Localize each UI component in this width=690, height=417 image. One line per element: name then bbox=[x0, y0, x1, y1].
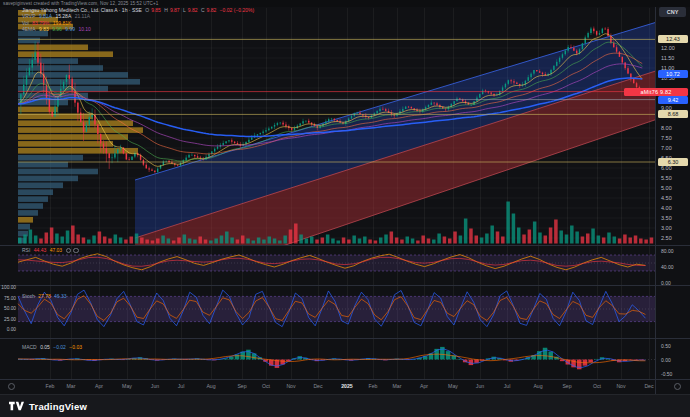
dot-icon[interactable] bbox=[73, 248, 79, 254]
vrvp-value-2: 15.28A bbox=[55, 13, 71, 19]
indicator-tick: 80.00 bbox=[661, 248, 674, 254]
close-value: 9.82 bbox=[207, 7, 217, 13]
price-tick: 4.00 bbox=[661, 205, 672, 211]
time-tick: May bbox=[115, 383, 139, 389]
time-tick: Aug bbox=[526, 383, 550, 389]
time-tick: Feb bbox=[361, 383, 385, 389]
stoch-tick: 50.00 bbox=[4, 306, 16, 311]
time-tick: Aug bbox=[199, 383, 223, 389]
low-value: 9.82 bbox=[188, 7, 198, 13]
macd-value-2: −0.02 bbox=[53, 344, 66, 350]
stoch-legend[interactable]: Stoch 27.78 46.33 bbox=[22, 293, 69, 299]
vrvp-value-1: 9.81A bbox=[39, 13, 52, 19]
indicator-tick: 0.50 bbox=[661, 343, 671, 349]
macd-label[interactable]: MACD bbox=[22, 344, 37, 350]
price-badge: 6.30 bbox=[658, 158, 688, 166]
clock-icon[interactable] bbox=[8, 383, 15, 390]
stoch-tick: 25.00 bbox=[4, 317, 16, 322]
time-tick: Nov bbox=[279, 383, 303, 389]
price-tick: 11.50 bbox=[661, 55, 674, 61]
ema-value-3: 9.99 bbox=[65, 26, 75, 32]
price-badge: 8.68 bbox=[658, 110, 688, 118]
time-tick: Jun bbox=[143, 383, 167, 389]
time-tick: Jul bbox=[495, 383, 519, 389]
snapshot-watermark: savepiginvest created with TradingView.c… bbox=[3, 1, 158, 6]
time-tick: Mar bbox=[385, 383, 409, 389]
footer-bar: TradingView bbox=[0, 394, 690, 417]
vrvp-value-3: 21.11A bbox=[75, 13, 90, 19]
price-tick: 12.00 bbox=[661, 45, 675, 51]
time-tick: May bbox=[441, 383, 465, 389]
time-tick: Dec bbox=[637, 383, 661, 389]
ema-label[interactable]: 4EMA bbox=[22, 26, 36, 32]
price-tick: 2.50 bbox=[661, 235, 672, 241]
ema-value-4: 10.10 bbox=[78, 26, 91, 32]
stoch-label[interactable]: Stoch bbox=[22, 293, 35, 299]
time-tick: Apr bbox=[87, 383, 111, 389]
time-tick: Jul bbox=[169, 383, 193, 389]
time-tick: Nov bbox=[609, 383, 633, 389]
macd-value-3: −0.03 bbox=[69, 344, 82, 350]
price-tick: 8.00 bbox=[661, 125, 672, 131]
vol-label[interactable]: Vol bbox=[22, 20, 29, 26]
dot-icon[interactable] bbox=[66, 248, 72, 254]
stoch-tick: 100.00 bbox=[1, 285, 16, 290]
time-tick: Oct bbox=[254, 383, 278, 389]
indicator-tick: 0.00 bbox=[661, 280, 671, 286]
time-tick: Sep bbox=[555, 383, 579, 389]
currency-button[interactable]: CNY bbox=[659, 7, 686, 17]
price-badge: 9.42 bbox=[658, 96, 688, 104]
time-tick: Sep bbox=[230, 383, 254, 389]
time-tick: Dec bbox=[306, 383, 330, 389]
open-label: O bbox=[145, 7, 149, 13]
indicator-tick: 40.00 bbox=[661, 264, 674, 270]
vol-value-2: 199.81K bbox=[53, 20, 72, 26]
ema-value-2: 9.96 bbox=[52, 26, 62, 32]
rsi-value-2: 47.03 bbox=[50, 247, 63, 253]
price-tick: 5.50 bbox=[661, 175, 672, 181]
stoch-tick: 0.00 bbox=[7, 327, 16, 332]
price-badge: 12.43 bbox=[658, 35, 688, 43]
price-badge: 10.72 bbox=[658, 70, 688, 78]
symbol-title[interactable]: Jiangsu Yahong Meditech Co., Ltd. Class … bbox=[22, 7, 142, 13]
tradingview-logo-icon[interactable] bbox=[9, 400, 24, 412]
vol-value-1: 83.79% bbox=[32, 20, 49, 26]
indicator-tick: 0.00 bbox=[661, 357, 671, 363]
price-tick: 4.50 bbox=[661, 195, 672, 201]
high-label: H bbox=[164, 7, 168, 13]
macd-value-1: 0.05 bbox=[40, 344, 50, 350]
high-value: 9.87 bbox=[170, 7, 180, 13]
time-tick: 2025 bbox=[335, 383, 359, 389]
stoch-tick: 75.00 bbox=[4, 296, 16, 301]
vrvp-label[interactable]: VRVP bbox=[22, 13, 36, 19]
time-tick: Mar bbox=[59, 383, 83, 389]
tradingview-wordmark[interactable]: TradingView bbox=[29, 401, 87, 412]
indicator-tick: -0.50 bbox=[661, 371, 672, 377]
price-axis[interactable]: CNY 12.0011.5011.0010.509.008.007.507.00… bbox=[656, 0, 690, 394]
rsi-label[interactable]: RSI bbox=[22, 247, 30, 253]
time-tick: Apr bbox=[412, 383, 436, 389]
price-tick: 3.00 bbox=[661, 225, 672, 231]
price-tick: 7.00 bbox=[661, 145, 672, 151]
price-tick: 7.50 bbox=[661, 135, 672, 141]
settings-icon[interactable] bbox=[674, 383, 681, 390]
low-label: L bbox=[183, 7, 186, 13]
chart-canvas[interactable] bbox=[0, 0, 690, 417]
rsi-value-1: 44.43 bbox=[34, 247, 47, 253]
time-tick: Jun bbox=[468, 383, 492, 389]
price-badge: aMit76 9.82 bbox=[624, 88, 688, 96]
macd-legend[interactable]: MACD 0.05 −0.02 −0.03 bbox=[22, 344, 84, 350]
ema-value-1: 9.83 bbox=[39, 26, 49, 32]
price-tick: 5.00 bbox=[661, 185, 672, 191]
tradingview-snapshot: savepiginvest created with TradingView.c… bbox=[0, 0, 690, 417]
main-legend[interactable]: Jiangsu Yahong Meditech Co., Ltd. Class … bbox=[22, 7, 258, 33]
open-value: 9.85 bbox=[151, 7, 161, 13]
close-label: C bbox=[201, 7, 205, 13]
rsi-legend[interactable]: RSI 44.43 47.03 bbox=[22, 247, 81, 253]
price-tick: 3.50 bbox=[661, 215, 672, 221]
stoch-value-2: 46.33 bbox=[54, 293, 67, 299]
change-value: −0.02 (−0.20%) bbox=[220, 7, 254, 13]
stoch-value-1: 27.78 bbox=[38, 293, 51, 299]
time-tick: Oct bbox=[585, 383, 609, 389]
time-axis[interactable]: FebMarAprMayJunJulAugSepOctNovDec2025Feb… bbox=[0, 380, 690, 394]
